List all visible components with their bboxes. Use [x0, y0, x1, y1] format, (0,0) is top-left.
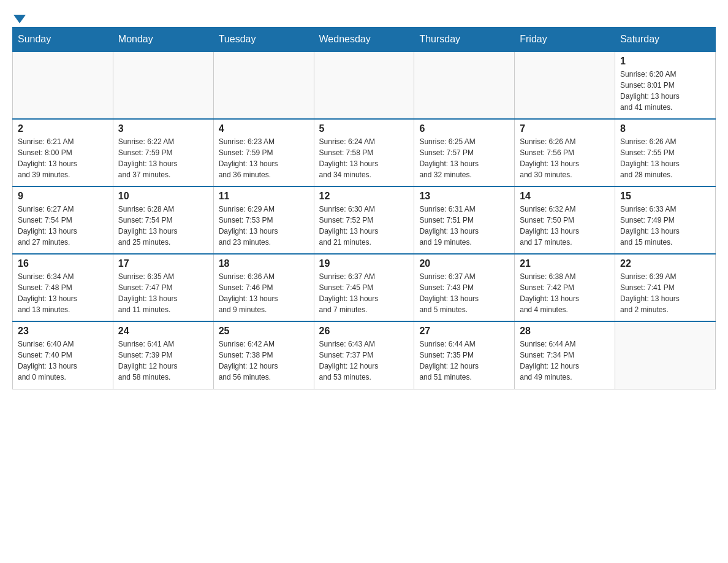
day-number: 12	[319, 191, 409, 202]
weekday-header-saturday: Saturday	[615, 28, 716, 52]
weekday-header-row: SundayMondayTuesdayWednesdayThursdayFrid…	[13, 28, 716, 52]
day-info: Sunrise: 6:40 AMSunset: 7:40 PMDaylight:…	[18, 339, 108, 383]
day-number: 16	[18, 258, 108, 269]
day-info: Sunrise: 6:34 AMSunset: 7:48 PMDaylight:…	[18, 271, 108, 315]
day-info: Sunrise: 6:41 AMSunset: 7:39 PMDaylight:…	[118, 339, 208, 383]
day-info: Sunrise: 6:27 AMSunset: 7:54 PMDaylight:…	[18, 204, 108, 248]
calendar-cell	[314, 52, 414, 119]
calendar-cell: 23Sunrise: 6:40 AMSunset: 7:40 PMDayligh…	[13, 321, 113, 389]
day-number: 13	[419, 191, 509, 202]
day-number: 17	[118, 258, 208, 269]
calendar-cell: 19Sunrise: 6:37 AMSunset: 7:45 PMDayligh…	[314, 254, 414, 321]
day-info: Sunrise: 6:28 AMSunset: 7:54 PMDaylight:…	[118, 204, 208, 248]
day-number: 23	[18, 326, 108, 337]
day-info: Sunrise: 6:42 AMSunset: 7:38 PMDaylight:…	[219, 339, 309, 383]
week-row-1: 1Sunrise: 6:20 AMSunset: 8:01 PMDaylight…	[13, 52, 716, 119]
calendar-cell	[213, 52, 314, 119]
day-info: Sunrise: 6:36 AMSunset: 7:46 PMDaylight:…	[219, 271, 309, 315]
weekday-header-wednesday: Wednesday	[314, 28, 414, 52]
day-info: Sunrise: 6:39 AMSunset: 7:41 PMDaylight:…	[620, 271, 710, 315]
weekday-header-sunday: Sunday	[13, 28, 113, 52]
calendar-cell: 14Sunrise: 6:32 AMSunset: 7:50 PMDayligh…	[515, 186, 615, 254]
weekday-header-tuesday: Tuesday	[213, 28, 314, 52]
week-row-4: 16Sunrise: 6:34 AMSunset: 7:48 PMDayligh…	[13, 254, 716, 321]
day-info: Sunrise: 6:37 AMSunset: 7:45 PMDaylight:…	[319, 271, 409, 315]
calendar-cell: 1Sunrise: 6:20 AMSunset: 8:01 PMDaylight…	[615, 52, 716, 119]
calendar-cell: 3Sunrise: 6:22 AMSunset: 7:59 PMDaylight…	[113, 119, 213, 186]
day-info: Sunrise: 6:43 AMSunset: 7:37 PMDaylight:…	[319, 339, 409, 383]
calendar-cell: 27Sunrise: 6:44 AMSunset: 7:35 PMDayligh…	[414, 321, 515, 389]
day-number: 21	[520, 258, 610, 269]
day-number: 26	[319, 326, 409, 337]
day-number: 24	[118, 326, 208, 337]
weekday-header-friday: Friday	[515, 28, 615, 52]
day-info: Sunrise: 6:24 AMSunset: 7:58 PMDaylight:…	[319, 136, 409, 180]
calendar-cell: 22Sunrise: 6:39 AMSunset: 7:41 PMDayligh…	[615, 254, 716, 321]
day-number: 18	[219, 258, 309, 269]
calendar-cell: 28Sunrise: 6:44 AMSunset: 7:34 PMDayligh…	[515, 321, 615, 389]
calendar-cell: 11Sunrise: 6:29 AMSunset: 7:53 PMDayligh…	[213, 186, 314, 254]
day-info: Sunrise: 6:22 AMSunset: 7:59 PMDaylight:…	[118, 136, 208, 180]
day-number: 1	[620, 56, 710, 67]
calendar-cell: 26Sunrise: 6:43 AMSunset: 7:37 PMDayligh…	[314, 321, 414, 389]
day-info: Sunrise: 6:38 AMSunset: 7:42 PMDaylight:…	[520, 271, 610, 315]
week-row-3: 9Sunrise: 6:27 AMSunset: 7:54 PMDaylight…	[13, 186, 716, 254]
calendar-cell: 16Sunrise: 6:34 AMSunset: 7:48 PMDayligh…	[13, 254, 113, 321]
day-number: 7	[520, 123, 610, 134]
day-number: 20	[419, 258, 509, 269]
day-number: 4	[219, 123, 309, 134]
page-header	[12, 12, 716, 21]
day-number: 2	[18, 123, 108, 134]
day-info: Sunrise: 6:29 AMSunset: 7:53 PMDaylight:…	[219, 204, 309, 248]
week-row-5: 23Sunrise: 6:40 AMSunset: 7:40 PMDayligh…	[13, 321, 716, 389]
calendar-cell	[414, 52, 515, 119]
day-info: Sunrise: 6:25 AMSunset: 7:57 PMDaylight:…	[419, 136, 509, 180]
calendar-cell	[615, 321, 716, 389]
calendar-table: SundayMondayTuesdayWednesdayThursdayFrid…	[12, 27, 716, 389]
calendar-cell: 17Sunrise: 6:35 AMSunset: 7:47 PMDayligh…	[113, 254, 213, 321]
logo	[12, 12, 26, 21]
day-info: Sunrise: 6:33 AMSunset: 7:49 PMDaylight:…	[620, 204, 710, 248]
calendar-cell	[515, 52, 615, 119]
calendar-cell: 15Sunrise: 6:33 AMSunset: 7:49 PMDayligh…	[615, 186, 716, 254]
day-info: Sunrise: 6:26 AMSunset: 7:56 PMDaylight:…	[520, 136, 610, 180]
week-row-2: 2Sunrise: 6:21 AMSunset: 8:00 PMDaylight…	[13, 119, 716, 186]
day-number: 22	[620, 258, 710, 269]
weekday-header-monday: Monday	[113, 28, 213, 52]
day-info: Sunrise: 6:20 AMSunset: 8:01 PMDaylight:…	[620, 69, 710, 113]
calendar-cell: 25Sunrise: 6:42 AMSunset: 7:38 PMDayligh…	[213, 321, 314, 389]
day-number: 27	[419, 326, 509, 337]
day-info: Sunrise: 6:26 AMSunset: 7:55 PMDaylight:…	[620, 136, 710, 180]
day-number: 3	[118, 123, 208, 134]
calendar-cell: 24Sunrise: 6:41 AMSunset: 7:39 PMDayligh…	[113, 321, 213, 389]
calendar-cell: 12Sunrise: 6:30 AMSunset: 7:52 PMDayligh…	[314, 186, 414, 254]
day-info: Sunrise: 6:23 AMSunset: 7:59 PMDaylight:…	[219, 136, 309, 180]
calendar-cell	[13, 52, 113, 119]
day-number: 25	[219, 326, 309, 337]
day-number: 9	[18, 191, 108, 202]
calendar-cell: 13Sunrise: 6:31 AMSunset: 7:51 PMDayligh…	[414, 186, 515, 254]
calendar-cell: 7Sunrise: 6:26 AMSunset: 7:56 PMDaylight…	[515, 119, 615, 186]
calendar-cell: 18Sunrise: 6:36 AMSunset: 7:46 PMDayligh…	[213, 254, 314, 321]
day-number: 10	[118, 191, 208, 202]
day-number: 19	[319, 258, 409, 269]
day-info: Sunrise: 6:32 AMSunset: 7:50 PMDaylight:…	[520, 204, 610, 248]
day-info: Sunrise: 6:21 AMSunset: 8:00 PMDaylight:…	[18, 136, 108, 180]
logo-arrow-icon	[13, 15, 26, 23]
calendar-cell: 20Sunrise: 6:37 AMSunset: 7:43 PMDayligh…	[414, 254, 515, 321]
day-number: 28	[520, 326, 610, 337]
calendar-cell: 6Sunrise: 6:25 AMSunset: 7:57 PMDaylight…	[414, 119, 515, 186]
calendar-cell: 10Sunrise: 6:28 AMSunset: 7:54 PMDayligh…	[113, 186, 213, 254]
day-info: Sunrise: 6:31 AMSunset: 7:51 PMDaylight:…	[419, 204, 509, 248]
day-info: Sunrise: 6:30 AMSunset: 7:52 PMDaylight:…	[319, 204, 409, 248]
day-number: 5	[319, 123, 409, 134]
day-number: 15	[620, 191, 710, 202]
day-info: Sunrise: 6:44 AMSunset: 7:35 PMDaylight:…	[419, 339, 509, 383]
weekday-header-thursday: Thursday	[414, 28, 515, 52]
day-info: Sunrise: 6:35 AMSunset: 7:47 PMDaylight:…	[118, 271, 208, 315]
day-info: Sunrise: 6:37 AMSunset: 7:43 PMDaylight:…	[419, 271, 509, 315]
calendar-cell: 2Sunrise: 6:21 AMSunset: 8:00 PMDaylight…	[13, 119, 113, 186]
calendar-cell: 21Sunrise: 6:38 AMSunset: 7:42 PMDayligh…	[515, 254, 615, 321]
day-number: 11	[219, 191, 309, 202]
day-info: Sunrise: 6:44 AMSunset: 7:34 PMDaylight:…	[520, 339, 610, 383]
